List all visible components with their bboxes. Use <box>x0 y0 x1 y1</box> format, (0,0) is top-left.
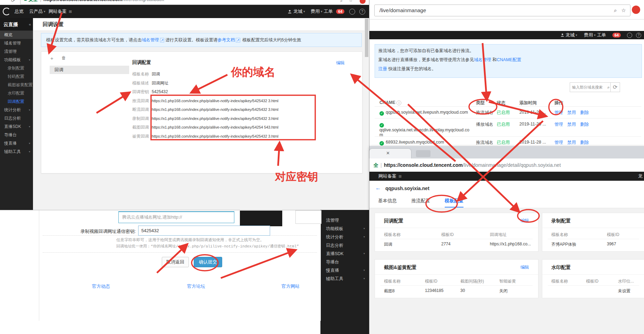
panel-col-value: 未设置 <box>618 288 630 294</box>
op-link-管理[interactable]: 管理 <box>554 122 563 127</box>
console-grid-icon[interactable]: ⊞ <box>69 5 72 18</box>
nav-user[interactable]: 龙城▾ <box>560 31 577 39</box>
official-site-link[interactable]: 官方网站 <box>282 283 300 290</box>
tab-推流配置[interactable]: 推流配置 <box>411 198 430 207</box>
notice-link-domain-manage[interactable]: 域名管理 <box>142 37 159 43</box>
sidebar-item-导播台[interactable]: 导播台 <box>0 131 33 139</box>
nav-cloud-products[interactable]: 云产品▾ <box>29 5 45 18</box>
search-icon[interactable]: ⌕ <box>607 85 610 90</box>
sidebar-item-概览[interactable]: 概览 <box>0 31 33 39</box>
browser-url-bar[interactable]: ⟳ ■ 安全|https://console.cloud.tencent.com… <box>0 0 369 5</box>
back-arrow-icon[interactable]: ← <box>375 185 381 191</box>
link-register[interactable]: 注册 <box>378 66 387 71</box>
bg-sidebar-流管理[interactable]: 流管理 <box>320 216 369 225</box>
panel-水印配置: 水印配置模板名称模板ID水印位...未设置 <box>542 259 644 298</box>
bg-sidebar-功能模板[interactable]: 功能模板▾ <box>320 225 369 233</box>
browser-tab[interactable]: ✕ <box>369 149 411 158</box>
delete-template-button[interactable]: 🗑 <box>61 55 66 60</box>
bg-sidebar-直播SDK[interactable]: 直播SDK▾ <box>320 250 369 258</box>
nav-billing[interactable]: 费用▾工单 <box>311 5 333 18</box>
tencent-cloud-logo[interactable] <box>3 5 10 18</box>
sidebar-item-辅助工具[interactable]: 辅助工具▾ <box>0 147 33 156</box>
sidebar-item-流管理[interactable]: 流管理 <box>0 47 33 56</box>
bg-sidebar-日志分析[interactable]: 日志分析 <box>320 241 369 250</box>
edit-template-button[interactable]: 编辑 <box>336 60 345 66</box>
nav-icp[interactable]: 网站备案⊞ <box>378 172 401 181</box>
browser-url-bar-3[interactable]: 全|https://console.cloud.tencent.com/live… <box>369 158 644 172</box>
tab-模板配置[interactable]: 模板配置 <box>445 198 463 207</box>
browser-extension-icon[interactable] <box>632 6 640 14</box>
sidebar-item-截图鉴黄配置[interactable]: 截图鉴黄配置 <box>0 81 33 89</box>
op-link-管理[interactable]: 管理 <box>554 140 563 145</box>
sidebar-item-直播SDK[interactable]: 直播SDK▾ <box>0 122 33 131</box>
op-link-删除[interactable]: 删除 <box>580 122 589 127</box>
domain-search-input[interactable]: 输入部分域名搜索⌕ <box>570 82 612 92</box>
bg-sidebar-辅助工具[interactable]: 辅助工具▾ <box>320 275 369 283</box>
nav-icp[interactable]: 网站备案 <box>49 5 67 18</box>
url-path: /live/domainmanage/detail/qqpush.soyixia… <box>463 162 561 168</box>
history-clock-icon[interactable]: · <box>349 5 355 18</box>
sidebar-item-统计分析[interactable]: 统计分析▾ <box>0 106 33 114</box>
refresh-button[interactable]: ⟳ <box>610 82 620 92</box>
op-link-禁用[interactable]: 禁用 <box>567 140 576 145</box>
search-icon[interactable]: ⌕ <box>614 5 617 16</box>
sidebar-item-水印配置[interactable]: 水印配置 <box>0 89 33 97</box>
notification-badge[interactable]: 64 <box>336 5 344 18</box>
op-link-删除[interactable]: 删除 <box>580 140 589 145</box>
official-news-link[interactable]: 官方动态 <box>92 283 110 290</box>
search-icon[interactable]: ⌕ <box>340 0 343 3</box>
refresh-icon[interactable]: ⟳ <box>11 0 15 3</box>
secure-label: 安全 <box>28 0 38 2</box>
verified-check-icon: ✓ <box>379 141 384 146</box>
nav-overview[interactable]: 总览 <box>15 5 24 18</box>
close-tab-icon[interactable]: ✕ <box>386 150 390 156</box>
panel-edit-button[interactable]: 编辑 <box>520 264 529 270</box>
callback-key-input[interactable]: 5425432 <box>138 226 270 236</box>
sidebar-item-慢直播[interactable]: 慢直播▾ <box>0 139 33 147</box>
help-icon[interactable]: ? <box>359 5 365 18</box>
sidebar-collapse-icon[interactable]: « <box>29 18 31 31</box>
op-link-管理[interactable]: 管理 <box>554 110 563 115</box>
bg-sidebar-慢直播[interactable]: 慢直播▾ <box>320 266 369 275</box>
link-domain-manage[interactable]: 域名管理 <box>474 57 491 62</box>
help-icon[interactable]: ? <box>636 31 641 39</box>
confirm-submit-button[interactable]: 确认提交 <box>194 257 222 267</box>
nav-user[interactable]: 龙 <box>638 172 643 181</box>
bg-sidebar-导播台[interactable]: 导播台 <box>320 258 369 266</box>
cancel-button[interactable]: 取消返回 <box>162 257 189 267</box>
history-clock-icon[interactable]: · <box>627 31 632 39</box>
sidebar-item-录制配置[interactable]: 录制配置 <box>0 64 33 72</box>
info-icon[interactable]: i <box>396 100 401 105</box>
new-tab-button[interactable] <box>416 150 430 157</box>
op-link-删除[interactable]: 删除 <box>580 110 589 115</box>
panel-edit-button[interactable]: 编辑 <box>520 218 529 224</box>
add-template-button[interactable]: + <box>50 55 53 61</box>
scrollbar[interactable] <box>365 18 369 210</box>
tab-基本信息[interactable]: 基本信息 <box>378 198 397 207</box>
sidebar-item-域名管理[interactable]: 域名管理 <box>0 39 33 47</box>
notification-badge[interactable]: 64 <box>612 31 621 39</box>
op-link-禁用[interactable]: 禁用 <box>567 122 576 127</box>
bookmark-star-icon[interactable]: ☆ <box>621 5 626 16</box>
sidebar-item-功能模板[interactable]: 功能模板▾ <box>0 56 33 64</box>
browser-url-bar-2[interactable]: /live/domainmanage ⌕ ☆ <box>374 5 630 16</box>
chevron-down-icon: ▾ <box>363 266 365 275</box>
field-label: 断流回调 <box>132 107 152 113</box>
sidebar-item-转码配置[interactable]: 转码配置 <box>0 72 33 81</box>
sidebar-item-日志分析[interactable]: 日志分析 <box>0 114 33 122</box>
link-cname-config[interactable]: CNAME配置 <box>497 57 521 62</box>
bookmark-star-icon[interactable]: ☆ <box>349 0 353 3</box>
template-list-item[interactable]: 回调 <box>50 66 129 74</box>
official-forum-link[interactable]: 官方论坛 <box>187 283 205 290</box>
cell-status: 已启用 <box>497 122 510 128</box>
notice-link-docs[interactable]: 参考文档 <box>217 37 235 43</box>
nav-user[interactable]: 龙城▾ <box>287 5 305 18</box>
browser-extension-icon[interactable] <box>360 0 366 4</box>
panel-col-header: 水印位... <box>618 278 634 284</box>
vod-domain-input[interactable]: 腾讯云点播域名网址,请加http:// <box>118 211 234 223</box>
bg-sidebar-统计分析[interactable]: 统计分析▾ <box>320 233 369 241</box>
detail-field-row: 录制回调https://x1.php168.com/index.php/p/al… <box>132 116 278 122</box>
op-link-禁用[interactable]: 禁用 <box>567 110 576 115</box>
nav-billing[interactable]: 费用▾工单 <box>584 31 606 39</box>
sidebar-item-回调配置[interactable]: 回调配置 <box>0 97 33 106</box>
